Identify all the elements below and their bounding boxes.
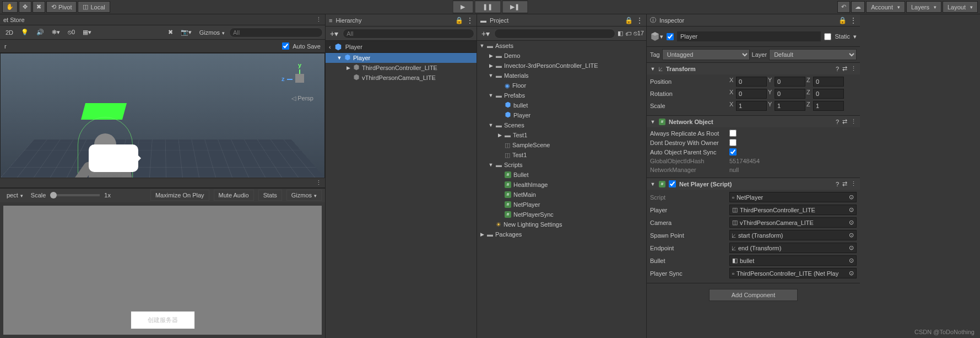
orientation-gizmo[interactable]: y z	[286, 65, 313, 92]
game-gizmos-button[interactable]: Gizmos	[286, 190, 322, 201]
cloud-icon[interactable]: ☁	[851, 1, 865, 13]
preset-icon[interactable]: ⇄	[842, 118, 847, 125]
project-hidden-icon[interactable]: ⦸17	[634, 30, 644, 37]
hand-tool-icon[interactable]: ✋	[2, 1, 18, 13]
tag-dropdown[interactable]: Untagged	[662, 49, 750, 60]
help-icon[interactable]: ?	[836, 119, 839, 125]
inspector-menu-icon[interactable]: ⋮	[850, 17, 857, 24]
preset-icon[interactable]: ⇄	[842, 180, 847, 187]
rotation-x-input[interactable]	[736, 89, 767, 99]
tools-icon[interactable]: ✖	[165, 27, 176, 37]
hierarchy-menu-icon[interactable]: ⋮	[467, 17, 473, 24]
layout-dropdown[interactable]: Layout	[943, 1, 978, 13]
project-item[interactable]: bullet	[477, 100, 646, 110]
endpoint-field[interactable]: ⟀end (Transform)⊙	[729, 243, 857, 253]
stats-button[interactable]: Stats	[258, 190, 282, 201]
component-menu-icon[interactable]: ⋮	[851, 118, 857, 125]
aspect-dropdown[interactable]: pect	[3, 190, 26, 200]
object-type-icon[interactable]: ▾	[650, 30, 663, 43]
project-item[interactable]: ◉ Floor	[477, 81, 646, 90]
position-z-input[interactable]	[813, 77, 844, 87]
hidden-icon[interactable]: ⦸0	[64, 27, 78, 37]
mute-audio-button[interactable]: Mute Audio	[214, 190, 254, 201]
project-item[interactable]: ▶▬ Invector-3rdPersonController_LITE	[477, 61, 646, 71]
scale-y-input[interactable]	[775, 101, 805, 111]
layer-dropdown[interactable]: Default	[769, 49, 857, 60]
game-view-button[interactable]: 创建服务器	[131, 311, 195, 329]
project-item[interactable]: ▼▬ Prefabs	[477, 90, 646, 100]
project-item[interactable]: # HealthImage	[477, 180, 646, 190]
project-item[interactable]: ▼▬ Materials	[477, 71, 646, 81]
project-item[interactable]: ☀ New Lighting Settings	[477, 219, 646, 229]
player-field[interactable]: ◫ThirdPersonController_LITE⊙	[729, 205, 857, 215]
camera-field[interactable]: ◫vThirdPersonCamera_LITE⊙	[729, 217, 857, 228]
dont-destroy-checkbox[interactable]	[729, 139, 737, 146]
preset-icon[interactable]: ⇄	[842, 65, 847, 72]
hierarchy-back-button[interactable]: ‹	[329, 44, 331, 50]
project-item[interactable]: Player	[477, 110, 646, 120]
hierarchy-add-button[interactable]: +▾	[328, 29, 340, 38]
bullet-field[interactable]: ◧bullet⊙	[729, 255, 857, 266]
help-icon[interactable]: ?	[836, 181, 839, 187]
object-name-input[interactable]	[677, 31, 821, 41]
hierarchy-lock-icon[interactable]: 🔒	[455, 17, 463, 24]
rotation-z-input[interactable]	[813, 89, 844, 99]
help-icon[interactable]: ?	[836, 66, 839, 72]
grid-icon[interactable]: ▦▾	[79, 27, 95, 37]
asset-store-tab[interactable]: et Store	[3, 17, 25, 23]
component-menu-icon[interactable]: ⋮	[851, 65, 857, 72]
projection-label[interactable]: ◁ Persp	[291, 95, 313, 102]
netplayer-fold-icon[interactable]: ▼	[650, 181, 656, 187]
static-checkbox[interactable]	[824, 33, 831, 40]
scene-tab-menu-icon[interactable]: ⋮	[316, 16, 322, 23]
object-active-checkbox[interactable]	[667, 33, 674, 40]
auto-sync-checkbox[interactable]	[729, 148, 737, 155]
layers-dropdown[interactable]: Layers	[906, 1, 941, 13]
project-item[interactable]: ▼▬ Scripts	[477, 160, 646, 170]
project-item[interactable]: # Bullet	[477, 170, 646, 180]
settings-tool-icon[interactable]: ✖	[33, 1, 45, 13]
project-tag-icon[interactable]: 🏷	[625, 30, 631, 37]
project-item[interactable]: ▶▬ Demo	[477, 51, 646, 61]
project-filter-icon[interactable]: ◧	[618, 30, 623, 37]
position-x-input[interactable]	[736, 77, 767, 87]
project-item[interactable]: ◫ SampleScene	[477, 140, 646, 150]
gizmos-dropdown[interactable]: Gizmos	[196, 28, 228, 37]
camera-icon-btn[interactable]: 📷▾	[177, 27, 195, 37]
scale-x-input[interactable]	[736, 101, 767, 111]
fx-icon[interactable]: ❋▾	[48, 27, 63, 37]
netobj-fold-icon[interactable]: ▼	[650, 119, 656, 125]
rotation-y-input[interactable]	[775, 89, 805, 99]
autosave-checkbox[interactable]	[282, 42, 289, 50]
hierarchy-item[interactable]: vThirdPersonCamera_LITE	[326, 73, 477, 83]
sync-field[interactable]: ▫ThirdPersonController_LITE (Net Play⊙	[729, 268, 857, 278]
game-tab-menu-icon[interactable]: ⋮	[316, 179, 322, 186]
undo-icon[interactable]: ↶	[837, 1, 850, 13]
2d-toggle[interactable]: 2D	[2, 28, 17, 37]
project-menu-icon[interactable]: ⋮	[636, 17, 643, 24]
component-enabled-checkbox[interactable]	[669, 180, 676, 187]
move-tool-icon[interactable]: ✥	[19, 1, 31, 13]
project-add-button[interactable]: +▾	[479, 29, 492, 38]
project-item[interactable]: # NetMain	[477, 190, 646, 200]
project-item[interactable]: # NetPlayer	[477, 200, 646, 210]
project-item[interactable]: ▼▬ Scenes	[477, 120, 646, 130]
project-item[interactable]: # NetPlayerSync	[477, 210, 646, 219]
project-item[interactable]: ▶▬ Packages	[477, 229, 646, 239]
scene-viewport[interactable]: start end y z ◁ Persp	[0, 53, 325, 178]
light-icon[interactable]: 💡	[18, 27, 32, 37]
scene-search-input[interactable]	[229, 28, 323, 37]
project-item[interactable]: ▼▬ Assets	[477, 41, 646, 51]
scale-z-input[interactable]	[813, 101, 844, 111]
inspector-lock-icon[interactable]: 🔒	[838, 17, 847, 24]
project-item[interactable]: ▶▬ Test1	[477, 130, 646, 140]
position-y-input[interactable]	[775, 77, 805, 87]
account-dropdown[interactable]: Account	[866, 1, 905, 13]
always-replicate-checkbox[interactable]	[729, 130, 737, 137]
hierarchy-item[interactable]: ▶ ThirdPersonController_LITE	[326, 63, 477, 73]
component-menu-icon[interactable]: ⋮	[851, 180, 857, 187]
spawn-field[interactable]: ⟀start (Transform)⊙	[729, 230, 857, 240]
pause-button[interactable]: ❚❚	[474, 1, 501, 13]
project-search-input[interactable]	[494, 29, 615, 39]
hierarchy-item[interactable]: ▼ Player	[326, 53, 477, 63]
